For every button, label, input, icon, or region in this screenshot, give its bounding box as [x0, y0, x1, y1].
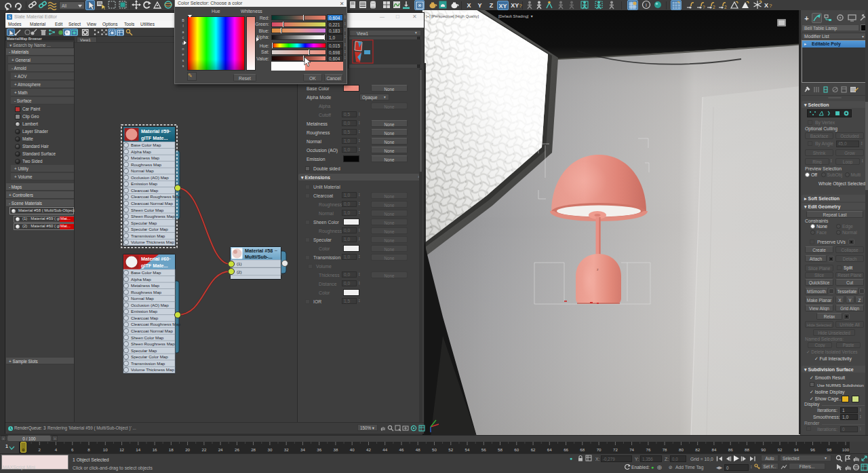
svg-text:Clearcoat Roughness Map: Clearcoat Roughness Map	[131, 322, 181, 326]
svg-text:–: –	[168, 128, 171, 133]
svg-text:Transmission Map: Transmission Map	[131, 361, 165, 366]
svg-text:Alpha Map: Alpha Map	[131, 277, 151, 282]
svg-text:glTF Mate...: glTF Mate...	[141, 135, 168, 141]
svg-text:Base Color Map: Base Color Map	[131, 270, 161, 275]
svg-text:Specular Color Map: Specular Color Map	[131, 354, 168, 359]
svg-text:Material #60: Material #60	[141, 256, 169, 262]
svg-text:Clearcoat Normal Map: Clearcoat Normal Map	[131, 201, 173, 206]
svg-text:–: –	[275, 248, 277, 252]
svg-text:Material #58: Material #58	[245, 248, 273, 254]
svg-text:Normal Map: Normal Map	[131, 168, 154, 173]
svg-text:Volume Thickness Map: Volume Thickness Map	[131, 240, 174, 244]
svg-text:Sheen Color Map: Sheen Color Map	[131, 208, 164, 212]
svg-text:X: X	[764, 2, 768, 9]
svg-text:2: 2	[724, 5, 727, 10]
svg-text:Clearcoat Map: Clearcoat Map	[131, 316, 159, 320]
svg-text:Specular Map: Specular Map	[131, 348, 157, 353]
svg-text:(1): (1)	[237, 261, 242, 266]
svg-text:Metalness Map: Metalness Map	[131, 283, 160, 288]
svg-text:–: –	[168, 256, 171, 261]
svg-text:[Default Shading] ▾: [Default Shading] ▾	[498, 14, 533, 18]
svg-text:Occlusion (AO) Map: Occlusion (AO) Map	[131, 303, 169, 307]
svg-text:Emission Map: Emission Map	[131, 181, 157, 186]
svg-text:Base Color Map: Base Color Map	[131, 143, 161, 147]
svg-text:Material #59: Material #59	[141, 128, 169, 134]
svg-text:Roughness Map: Roughness Map	[131, 290, 162, 295]
svg-text:Clearcoat Map: Clearcoat Map	[131, 188, 159, 193]
svg-text:i: i	[646, 2, 647, 8]
svg-text:Specular Map: Specular Map	[131, 221, 157, 225]
svg-text:Metalness Map: Metalness Map	[131, 155, 160, 160]
svg-text:Sheen Color Map: Sheen Color Map	[131, 335, 164, 340]
svg-text:[+] [Perspective] [High Qualit: [+] [Perspective] [High Quality]	[426, 14, 479, 18]
svg-text:Clearcoat Roughness Map: Clearcoat Roughness Map	[131, 194, 181, 199]
svg-text:Multi/Sub-...: Multi/Sub-...	[245, 254, 273, 260]
svg-text:Sheen Roughness Map: Sheen Roughness Map	[131, 341, 175, 346]
svg-text:Volume Thickness Map: Volume Thickness Map	[131, 367, 174, 372]
svg-text:(2): (2)	[237, 269, 242, 274]
svg-text:?: ?	[703, 5, 705, 10]
svg-text:?: ?	[769, 3, 772, 9]
svg-text:2: 2	[713, 5, 715, 10]
svg-text:Alpha Map: Alpha Map	[131, 149, 151, 154]
svg-text:Sheen Roughness Map: Sheen Roughness Map	[131, 214, 175, 219]
svg-text:Normal Map: Normal Map	[131, 296, 154, 301]
svg-text:Occlusion (AO) Map: Occlusion (AO) Map	[131, 175, 169, 180]
svg-text:glTF Mate...: glTF Mate...	[141, 263, 168, 269]
svg-text:Emission Map: Emission Map	[131, 309, 157, 314]
svg-text:Clearcoat Normal Map: Clearcoat Normal Map	[131, 328, 173, 333]
svg-text:Specular Color Map: Specular Color Map	[131, 227, 168, 231]
svg-text:Transmission Map: Transmission Map	[131, 233, 165, 238]
svg-text:Roughness Map: Roughness Map	[131, 162, 162, 167]
